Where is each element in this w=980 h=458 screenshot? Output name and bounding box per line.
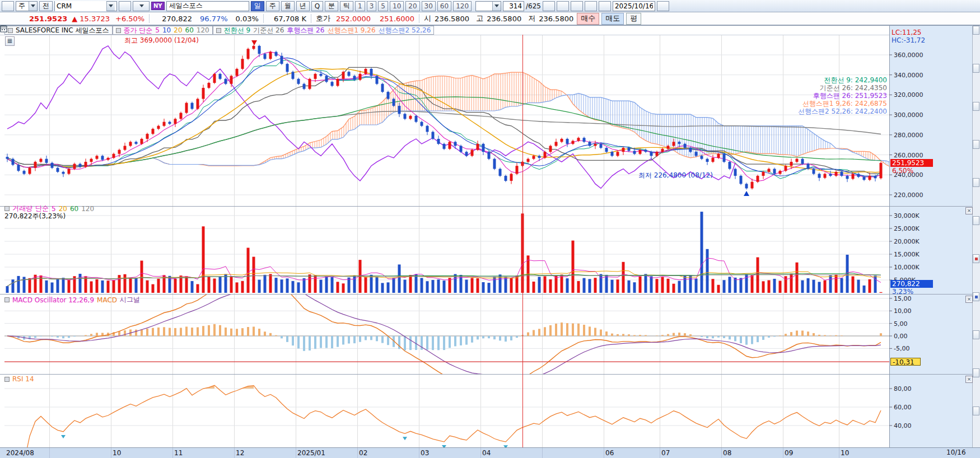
close-indicator-icon[interactable]: × — [965, 207, 973, 214]
date-axis-label: 09 — [785, 449, 793, 457]
search-icon[interactable] — [119, 1, 131, 11]
side-tool-button[interactable] — [973, 292, 979, 301]
low-annotation: 최저 226,4800 (08/12) — [638, 171, 713, 180]
date-axis-label: 2025/01 — [297, 449, 325, 457]
legend-symbol-box[interactable]: SALESFORCE INC 세일스포스 — [4, 26, 113, 35]
side-tool-button[interactable] — [973, 330, 979, 339]
speaker-icon[interactable] — [133, 1, 150, 11]
market-combo-value: 주 — [16, 1, 29, 11]
legend-ma120: 120 — [197, 26, 209, 34]
interval-5-button[interactable]: 5 — [378, 1, 388, 11]
add-trendline-icon[interactable] — [571, 1, 583, 11]
hoga-label: 호가 — [316, 13, 330, 24]
chevron-down-icon[interactable] — [106, 2, 115, 11]
date-axis-label: 10 — [841, 449, 849, 457]
empty-combo[interactable] — [475, 1, 501, 11]
period-quarter-button[interactable]: Q — [311, 1, 323, 11]
add-chart-icon[interactable] — [557, 1, 569, 11]
symbol-combo[interactable] — [54, 1, 117, 11]
quote-bar: 251.9523 ▲ 15.3723 +6.50% 270,822 96.77%… — [0, 12, 980, 25]
side-tool-button[interactable] — [973, 26, 979, 35]
settings-gear-icon[interactable] — [599, 1, 611, 11]
chevron-down-icon[interactable] — [29, 2, 37, 11]
bar-count-input[interactable] — [503, 1, 524, 11]
side-tool-button[interactable] — [973, 406, 979, 415]
up-arrow-icon: ▲ — [72, 15, 77, 23]
date-axis-label: 12 — [236, 449, 244, 457]
svg-text:0,00: 0,00 — [894, 333, 908, 340]
period-day-button[interactable]: 일 — [251, 1, 264, 11]
kijun-value: 기준선 26: 242,4350 — [798, 84, 887, 92]
interval-10-button[interactable]: 10 — [390, 1, 404, 11]
market-combo[interactable]: 주 — [16, 1, 38, 11]
avg-button[interactable]: 평 — [626, 13, 641, 25]
svg-text:20,000K: 20,000K — [894, 238, 920, 245]
chevron-down-icon[interactable] — [492, 2, 501, 11]
legend-ma-box[interactable]: 종가 단순 5 10 20 60 120 — [113, 26, 213, 35]
close-indicator-icon[interactable]: × — [965, 296, 973, 303]
candle-chart-icon[interactable] — [543, 1, 555, 11]
period-week-button[interactable]: 주 — [266, 1, 279, 11]
senkou1-value: 선행스팬1 9,26: 242,6875 — [798, 100, 887, 108]
tick-button[interactable]: 틱 — [340, 1, 353, 11]
side-tool-button[interactable] — [973, 64, 979, 73]
prev-stock-button[interactable]: 전 — [39, 1, 53, 11]
svg-text:280,0000: 280,0000 — [894, 132, 923, 139]
indicator-handle-icon[interactable] — [216, 28, 221, 33]
interval-30-button[interactable]: 30 — [422, 1, 436, 11]
svg-text:40,00: 40,00 — [894, 422, 912, 429]
indicator-handle-icon[interactable] — [116, 28, 121, 33]
side-tool-button[interactable] — [973, 254, 979, 263]
symbol-input[interactable] — [55, 1, 106, 11]
high-price: 236.5800 — [487, 15, 521, 23]
period-month-button[interactable]: 월 — [281, 1, 295, 11]
svg-text:300,0000: 300,0000 — [894, 111, 923, 119]
save-icon[interactable] — [585, 1, 597, 11]
open-label: 시 — [424, 13, 431, 24]
indicator-handle-icon[interactable] — [4, 377, 10, 382]
side-tool-button[interactable] — [973, 368, 979, 377]
interval-1-button[interactable]: 1 — [355, 1, 365, 11]
price-change-pct: +6.50% — [115, 15, 144, 23]
tenkan-value: 전환선 9: 242,9400 — [798, 76, 887, 84]
interval-20-button[interactable]: 20 — [405, 1, 419, 11]
close-indicator-icon[interactable]: × — [965, 376, 973, 383]
interval-3-button[interactable]: 3 — [367, 1, 377, 11]
minute-button[interactable]: 분 — [325, 1, 338, 11]
indicator-handle-icon[interactable] — [4, 206, 10, 211]
symbol-name: 세일스포스 — [169, 1, 203, 11]
calendar-icon[interactable] — [657, 1, 669, 11]
side-tool-button[interactable] — [973, 140, 979, 149]
date-axis-label: 2024/08 — [6, 449, 34, 457]
volume-current-text: 270,822주(3,23%) — [4, 212, 66, 221]
interval-60-button[interactable]: 60 — [437, 1, 451, 11]
symbol-name-box: 세일스포스 — [166, 1, 249, 11]
sell-button[interactable]: 매도 — [601, 13, 624, 25]
svg-text:15,000K: 15,000K — [894, 251, 920, 258]
bar-total-label: /625 — [526, 2, 541, 10]
layout-flip-icon[interactable] — [2, 1, 14, 11]
side-tool-button[interactable] — [973, 102, 979, 111]
corner-date-label: 10/16 — [946, 448, 966, 456]
date-axis-label: 11 — [174, 449, 183, 457]
indicator-handle-icon[interactable] — [4, 297, 10, 302]
date-input[interactable] — [613, 1, 655, 11]
grid-tool-icon[interactable]: ▦ — [5, 36, 15, 46]
buy-button[interactable]: 매수 — [577, 13, 599, 25]
svg-text:10,00: 10,00 — [894, 307, 912, 315]
legend-ichimoku-box[interactable]: 전환선 9 기준선 26 후행스팬 26 선행스팬1 9,26 선행스팬2 52… — [213, 26, 435, 35]
chart-legend: SALESFORCE INC 세일스포스 종가 단순 5 10 20 60 12… — [4, 26, 434, 35]
side-tool-button[interactable] — [973, 178, 979, 187]
hts-chart-window: 주 전 NY 세일스포스 일 주 월 년 Q 분 틱 1 3 5 10 20 3… — [0, 0, 980, 458]
high-label: 고 — [476, 13, 483, 24]
date-axis-label: 03 — [421, 449, 429, 457]
rsi-label: RSI 14 — [12, 375, 34, 383]
macd-crosshair-marker: -10,31 — [890, 358, 921, 366]
small-pct: 0.03% — [236, 15, 259, 23]
period-year-button[interactable]: 년 — [296, 1, 310, 11]
indicator-handle-icon[interactable] — [8, 28, 13, 33]
high-annotation: 최고 369,0000 (12/04) — [124, 36, 199, 45]
side-tool-button[interactable] — [973, 216, 979, 225]
interval-120-button[interactable]: 120 — [453, 1, 472, 11]
high-arrow-icon — [251, 40, 257, 45]
